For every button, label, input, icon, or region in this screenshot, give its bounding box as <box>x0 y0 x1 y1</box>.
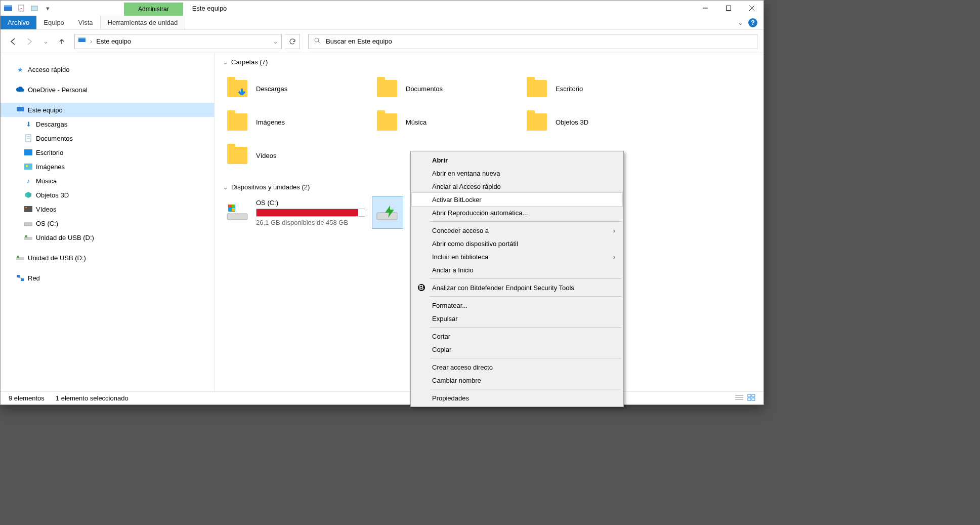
menu-eject[interactable]: Expulsar <box>412 312 622 325</box>
search-box[interactable]: Buscar en Este equipo <box>308 34 757 49</box>
svg-rect-1 <box>4 5 12 7</box>
group-header-label: Carpetas (7) <box>231 58 268 66</box>
folder-pictures[interactable]: Imágenes <box>223 105 372 139</box>
menu-cut[interactable]: Cortar <box>412 330 622 343</box>
group-folders-header[interactable]: ⌄Carpetas (7) <box>223 58 755 66</box>
context-tab-manage[interactable]: Administrar <box>124 3 183 16</box>
folder-videos[interactable]: Vídeos <box>223 139 372 172</box>
menu-pin-quick-access[interactable]: Anclar al Acceso rápido <box>412 180 622 193</box>
tree-network[interactable]: Red <box>1 271 214 285</box>
folder-downloads[interactable]: Descargas <box>223 72 372 105</box>
view-tiles-icon[interactable] <box>747 394 755 402</box>
tree-downloads[interactable]: ⬇Descargas <box>1 117 214 131</box>
menu-open-portable[interactable]: Abrir como dispositivo portátil <box>412 237 622 250</box>
svg-rect-9 <box>78 37 86 38</box>
nav-history-dropdown[interactable]: ⌄ <box>39 35 52 48</box>
maximize-button[interactable] <box>717 1 740 16</box>
svg-rect-16 <box>24 149 32 155</box>
folder-icon <box>226 144 249 167</box>
drive-os[interactable]: OS (C:) 26,1 GB disponibles de 458 GB <box>223 197 372 228</box>
pc-icon <box>16 105 25 114</box>
svg-rect-40 <box>752 394 755 397</box>
folder-desktop[interactable]: Escritorio <box>522 72 672 105</box>
view-details-icon[interactable] <box>735 394 743 402</box>
item-label: Vídeos <box>256 152 276 159</box>
address-dropdown-icon[interactable]: ⌄ <box>273 37 278 45</box>
nav-tree: ★Acceso rápido OneDrive - Personal Este … <box>1 53 215 391</box>
status-bar: 9 elementos 1 elemento seleccionado <box>1 391 763 405</box>
minimize-button[interactable] <box>694 1 717 16</box>
ribbon-tab-vista[interactable]: Vista <box>71 16 100 29</box>
ribbon-tab-file[interactable]: Archivo <box>1 16 36 29</box>
close-button[interactable] <box>740 1 763 16</box>
search-icon <box>314 37 321 46</box>
tree-this-pc[interactable]: Este equipo <box>1 103 214 117</box>
tree-pictures[interactable]: Imágenes <box>1 159 214 174</box>
folder-documents[interactable]: Documentos <box>372 72 522 105</box>
menu-label: Analizar con Bitdefender Endpoint Securi… <box>432 284 574 292</box>
qat-folder-icon[interactable] <box>29 3 40 14</box>
menu-include-library[interactable]: Incluir en biblioteca› <box>412 250 622 263</box>
app-icon <box>3 3 14 14</box>
menu-open-new-window[interactable]: Abrir en ventana nueva <box>412 167 622 180</box>
chevron-right-icon[interactable]: › <box>90 37 92 45</box>
svg-point-10 <box>315 38 319 42</box>
qat-dropdown-icon[interactable]: ▾ <box>42 3 53 14</box>
item-label: Objetos 3D <box>556 118 588 126</box>
menu-grant-access[interactable]: Conceder acceso a› <box>412 224 622 237</box>
refresh-button[interactable] <box>285 34 300 49</box>
folder-music[interactable]: Música <box>372 105 522 139</box>
menu-copy[interactable]: Copiar <box>412 343 622 356</box>
tree-label: Red <box>28 274 40 282</box>
svg-line-7 <box>749 6 754 11</box>
drive-subtext: 26,1 GB disponibles de 458 GB <box>256 219 369 226</box>
tree-documents[interactable]: Documentos <box>1 131 214 145</box>
address-pc-icon <box>78 37 86 46</box>
tree-quick-access[interactable]: ★Acceso rápido <box>1 62 214 76</box>
tree-label: Unidad de USB (D:) <box>28 254 86 262</box>
tree-onedrive[interactable]: OneDrive - Personal <box>1 83 214 97</box>
svg-rect-33 <box>228 208 231 211</box>
tree-usb-drive[interactable]: Unidad de USB (D:) <box>1 230 214 245</box>
svg-rect-17 <box>24 164 32 170</box>
menu-bitdefender-scan[interactable]: BAnalizar con Bitdefender Endpoint Secur… <box>412 281 622 294</box>
menu-pin-start[interactable]: Anclar a Inicio <box>412 263 622 276</box>
nav-forward-button[interactable] <box>23 35 36 48</box>
nav-up-button[interactable] <box>55 35 68 48</box>
ribbon-collapse-icon[interactable]: ⌄ <box>738 19 743 26</box>
nav-back-button[interactable] <box>7 35 20 48</box>
tree-music[interactable]: ♪Música <box>1 174 214 188</box>
qat-properties-icon[interactable] <box>16 3 27 14</box>
tree-videos[interactable]: Vídeos <box>1 202 214 216</box>
menu-properties[interactable]: Propiedades <box>412 391 622 405</box>
tree-os-drive[interactable]: OS (C:) <box>1 216 214 230</box>
ribbon-tab-drive-tools[interactable]: Herramientas de unidad <box>100 16 186 29</box>
address-bar[interactable]: › Este equipo ⌄ <box>74 34 282 49</box>
menu-autoplay[interactable]: Abrir Reproducción automática... <box>412 206 622 219</box>
drive-usb[interactable] <box>372 197 403 228</box>
tree-label: Imágenes <box>36 163 65 171</box>
tree-desktop[interactable]: Escritorio <box>1 145 214 159</box>
menu-open[interactable]: Abrir <box>412 153 622 167</box>
breadcrumb-root[interactable]: Este equipo <box>96 37 131 45</box>
bitdefender-icon: B <box>417 283 426 292</box>
menu-bitlocker[interactable]: Activar BitLocker <box>412 193 622 206</box>
tree-3dobjects[interactable]: Objetos 3D <box>1 188 214 202</box>
folder-3dobjects[interactable]: Objetos 3D <box>522 105 672 139</box>
submenu-arrow-icon: › <box>613 227 615 234</box>
cube-icon <box>24 190 33 199</box>
tree-usb-root[interactable]: Unidad de USB (D:) <box>1 251 214 265</box>
menu-separator <box>430 278 621 279</box>
menu-rename[interactable]: Cambiar nombre <box>412 374 622 387</box>
tree-label: Acceso rápido <box>28 66 69 73</box>
help-icon[interactable]: ? <box>748 18 757 27</box>
document-icon <box>24 134 33 143</box>
menu-separator <box>430 296 621 297</box>
menu-create-shortcut[interactable]: Crear acceso directo <box>412 360 622 374</box>
item-label: Descargas <box>256 85 287 93</box>
menu-format[interactable]: Formatear... <box>412 299 622 312</box>
ribbon-tab-equipo[interactable]: Equipo <box>36 16 71 29</box>
chevron-down-icon: ⌄ <box>223 58 228 66</box>
nav-toolbar: ⌄ › Este equipo ⌄ Buscar en Este equipo <box>1 30 763 53</box>
desktop-icon <box>24 148 33 157</box>
